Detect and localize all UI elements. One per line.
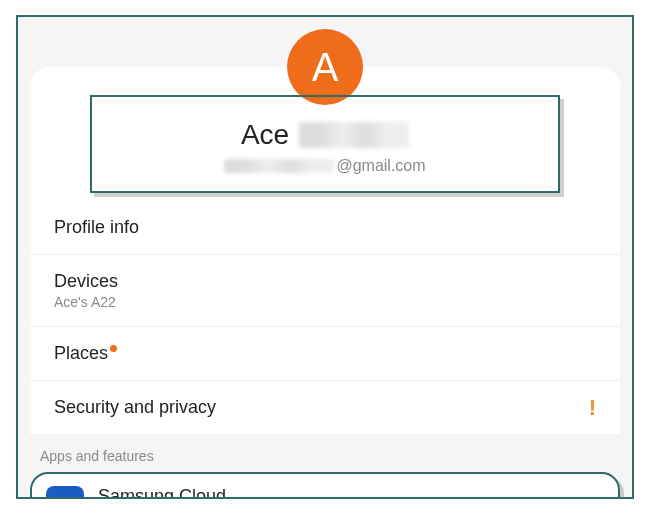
identity-block[interactable]: Ace @gmail.com xyxy=(90,95,560,193)
avatar[interactable]: A xyxy=(287,29,363,105)
menu-sub: Ace's A22 xyxy=(54,294,596,310)
email-redacted xyxy=(224,159,334,173)
samsung-cloud-item[interactable]: Samsung Cloud Sync · Back up · Restore xyxy=(30,472,620,499)
cloud-title: Samsung Cloud xyxy=(98,486,241,499)
cloud-text: Samsung Cloud Sync · Back up · Restore xyxy=(98,486,241,499)
menu-security-privacy[interactable]: Security and privacy ! xyxy=(30,381,620,434)
menu-title: Security and privacy xyxy=(54,397,596,418)
avatar-initial: A xyxy=(312,45,339,90)
menu-title: Devices xyxy=(54,271,596,292)
account-email: @gmail.com xyxy=(102,157,548,175)
name-redacted xyxy=(299,122,409,148)
section-header-apps: Apps and features xyxy=(18,434,632,472)
account-name: Ace xyxy=(102,119,548,151)
alert-icon: ! xyxy=(589,395,596,421)
name-first: Ace xyxy=(241,119,289,151)
cloud-icon xyxy=(46,486,84,499)
notification-dot-icon xyxy=(110,345,117,352)
account-card: Ace @gmail.com Profile info Devices Ace'… xyxy=(30,67,620,434)
content: A Ace @gmail.com Profile info Devices Ac… xyxy=(18,17,632,499)
menu-profile-info[interactable]: Profile info xyxy=(30,201,620,255)
menu-places[interactable]: Places xyxy=(30,327,620,381)
menu-title: Places xyxy=(54,343,596,364)
places-label: Places xyxy=(54,343,108,363)
screenshot-frame: A Ace @gmail.com Profile info Devices Ac… xyxy=(16,15,634,499)
menu-title: Profile info xyxy=(54,217,596,238)
cloud-backup-icon xyxy=(53,493,77,499)
menu-devices[interactable]: Devices Ace's A22 xyxy=(30,255,620,327)
email-suffix: @gmail.com xyxy=(336,157,425,175)
